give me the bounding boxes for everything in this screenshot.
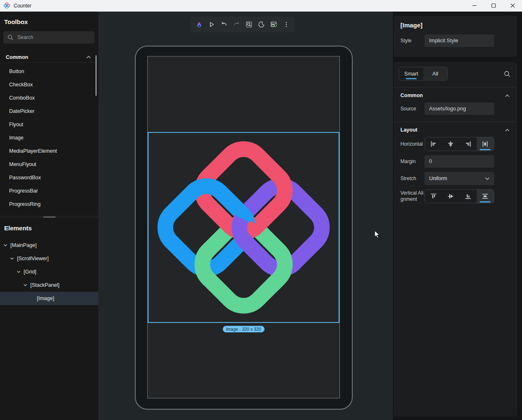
selection-size-badge: Image - 320 x 320 — [223, 326, 265, 332]
zoom-selection-icon[interactable] — [244, 19, 254, 30]
toolbox-search-input[interactable] — [17, 34, 80, 40]
selected-element-title: [Image] — [400, 22, 510, 29]
chevron-down-icon[interactable] — [17, 270, 21, 274]
horizontal-alignment-label: Horizontal — [400, 141, 424, 147]
align-top-button[interactable] — [425, 190, 442, 203]
close-button[interactable] — [503, 0, 522, 11]
toolbox-item-passwordbox[interactable]: PasswordBox — [0, 171, 98, 184]
devices-check-icon[interactable] — [268, 19, 279, 30]
toolbox-item-image[interactable]: Image — [0, 131, 98, 144]
play-button[interactable] — [206, 19, 217, 30]
style-input[interactable] — [424, 34, 494, 47]
left-panel: Toolbox Common Button CheckBox ComboBox … — [0, 12, 98, 420]
tree-item-image[interactable]: [Image] — [0, 292, 98, 305]
properties-card: Smart All Common Source — [394, 62, 517, 417]
chevron-up-icon — [505, 129, 510, 132]
align-stretch-vertical-button[interactable] — [477, 190, 494, 203]
search-icon — [7, 34, 13, 40]
elements-panel: Elements [MainPage] [ScrollViewer] [Grid… — [0, 218, 98, 420]
margin-label: Margin — [400, 159, 424, 165]
stretch-select[interactable]: Uniform — [424, 172, 494, 185]
toolbox-item-checkbox[interactable]: CheckBox — [0, 78, 98, 91]
align-center-vertical-button[interactable] — [442, 190, 460, 203]
toolbox-section-label: Common — [6, 54, 86, 60]
chevron-down-icon[interactable] — [3, 243, 7, 247]
chevron-down-icon[interactable] — [23, 283, 27, 287]
tab-smart[interactable]: Smart — [399, 67, 423, 80]
tab-all[interactable]: All — [423, 67, 447, 80]
toolbox-item-combobox[interactable]: ComboBox — [0, 91, 98, 105]
align-bottom-button[interactable] — [459, 190, 477, 203]
stretch-label: Stretch — [400, 176, 424, 182]
align-stretch-horizontal-button[interactable] — [477, 137, 494, 151]
chevron-up-icon — [505, 94, 510, 97]
hot-design-flame-icon[interactable] — [194, 19, 205, 30]
source-label: Source — [400, 106, 424, 112]
toolbox-item-datepicker[interactable]: DatePicker — [0, 105, 98, 118]
elements-title: Elements — [0, 218, 98, 232]
active-option-indicator — [480, 201, 490, 203]
active-tab-indicator — [406, 78, 417, 79]
designer-toolbar — [190, 17, 295, 32]
uno-logo-image — [149, 133, 339, 322]
toolbox-item-progressring[interactable]: ProgressRing — [0, 198, 98, 211]
title-bar: Counter — [0, 0, 522, 12]
tree-item-grid[interactable]: [Grid] — [0, 265, 98, 278]
properties-search-icon[interactable] — [504, 71, 510, 77]
properties-panel: [Image] Style Smart All — [393, 12, 522, 420]
active-option-indicator — [480, 149, 490, 150]
style-label: Style — [400, 38, 424, 44]
tree-item-stackpanel[interactable]: [StackPanel] — [0, 278, 98, 292]
toolbox-item-progressbar[interactable]: ProgressBar — [0, 184, 98, 198]
properties-tabs: Smart All — [394, 62, 517, 85]
window-title: Counter — [14, 3, 32, 9]
maximize-button[interactable] — [484, 0, 503, 11]
toolbox-item-button[interactable]: Button — [0, 65, 98, 78]
vertical-alignment-group — [424, 189, 494, 203]
undo-button[interactable] — [219, 19, 229, 30]
chevron-down-icon — [485, 177, 490, 180]
align-left-button[interactable] — [425, 137, 442, 151]
selection-header-card: [Image] Style — [394, 16, 517, 57]
vertical-alignment-label: Vertical Alignment — [400, 190, 424, 203]
horizontal-alignment-group — [424, 137, 494, 151]
section-common[interactable]: Common — [394, 88, 517, 100]
mouse-cursor — [374, 230, 380, 239]
tree-item-scrollviewer[interactable]: [ScrollViewer] — [0, 252, 98, 265]
source-input[interactable] — [424, 103, 494, 115]
toolbox-title: Toolbox — [0, 12, 98, 25]
chevron-up-icon — [86, 56, 91, 59]
toolbox-search[interactable] — [3, 31, 95, 44]
margin-input[interactable] — [424, 155, 494, 168]
toolbox-list: Button CheckBox ComboBox DatePicker Flyo… — [0, 65, 98, 211]
toolbox-item-menuflyout[interactable]: MenuFlyout — [0, 158, 98, 171]
elements-tree: [MainPage] [ScrollViewer] [Grid] [StackP… — [0, 239, 98, 305]
toolbox-item-mediaplayerelement[interactable]: MediaPlayerElement — [0, 144, 98, 158]
selected-image-element[interactable] — [148, 132, 339, 323]
chevron-down-icon[interactable] — [10, 256, 14, 261]
toolbox-item-flyout[interactable]: Flyout — [0, 118, 98, 131]
toolbox-scrollbar[interactable] — [95, 55, 97, 96]
app-logo-icon — [3, 2, 10, 9]
toolbox-section-common[interactable]: Common — [0, 52, 98, 63]
align-center-horizontal-button[interactable] — [442, 137, 460, 151]
design-canvas[interactable]: Image - 320 x 320 — [98, 12, 393, 420]
section-layout[interactable]: Layout — [394, 122, 517, 134]
tree-item-mainpage[interactable]: [MainPage] — [0, 239, 98, 252]
theme-moon-icon[interactable] — [256, 19, 267, 30]
redo-button[interactable] — [231, 19, 242, 30]
more-options-button[interactable] — [281, 19, 292, 30]
align-right-button[interactable] — [459, 137, 477, 151]
minimize-button[interactable] — [465, 0, 484, 11]
